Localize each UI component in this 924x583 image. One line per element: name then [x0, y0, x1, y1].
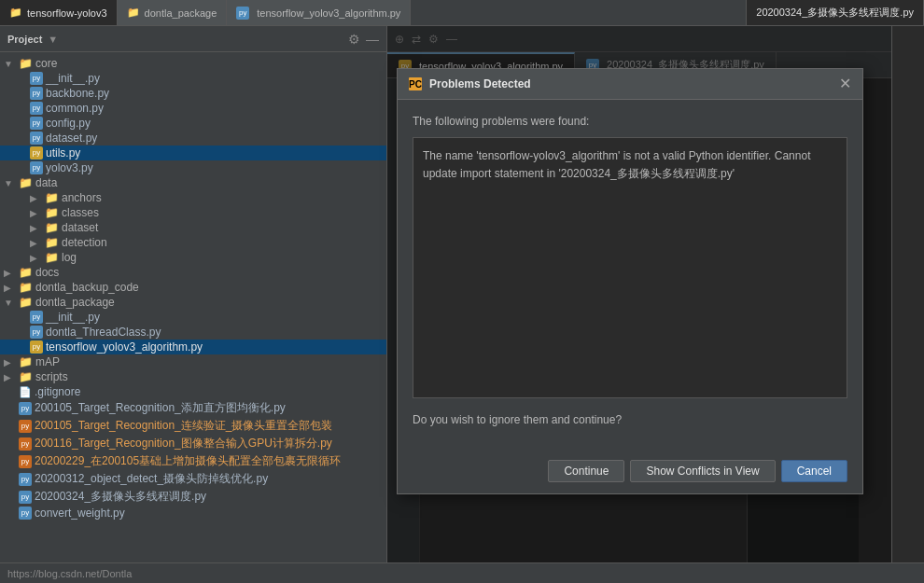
py-file-icon: py — [30, 326, 43, 339]
expand-arrow: ▶ — [30, 223, 45, 233]
tree-item-20200324[interactable]: ▶ py 20200324_多摄像头多线程调度.py — [0, 488, 386, 506]
expand-arrow: ▶ — [4, 357, 19, 368]
tab-label: dontla_package — [145, 7, 217, 19]
tree-item-init1[interactable]: py __init__.py — [0, 71, 386, 86]
folder-icon: 📁 — [19, 370, 33, 383]
folder-label: dontla_package — [35, 296, 115, 309]
tree-item-algorithm[interactable]: py tensorflow_yolov3_algorithm.py — [0, 340, 386, 354]
tree-item-dontla-pkg[interactable]: ▼ 📁 dontla_package — [0, 295, 386, 310]
folder-label: mAP — [35, 355, 60, 368]
tree-item-common[interactable]: py common.py — [0, 101, 386, 116]
folder-icon: 📁 — [127, 7, 140, 19]
file-label: tensorflow_yolov3_algorithm.py — [46, 340, 203, 354]
main-area: Project ▼ ⚙ — ▼ 📁 core py __init__.py py… — [0, 26, 924, 562]
project-header: Project ▼ ⚙ — — [0, 26, 386, 52]
file-icon: 📄 — [19, 386, 32, 398]
tab-dontla-package[interactable]: 📁 dontla_package — [118, 0, 228, 25]
tree-item-20200229[interactable]: ▶ py 20200229_在200105基础上增加摄像头配置全部包裹无限循环 — [0, 452, 386, 470]
file-label: .gitignore — [35, 385, 80, 398]
dialog-header: PC Problems Detected ✕ — [398, 69, 862, 100]
py-file-icon: py — [30, 102, 43, 115]
file-label: common.py — [46, 102, 104, 115]
tree-item-config[interactable]: py config.py — [0, 116, 386, 131]
cancel-button[interactable]: Cancel — [781, 460, 847, 482]
folder-icon: 📁 — [45, 221, 59, 234]
expand-arrow: ▼ — [4, 178, 19, 188]
tree-item-convert[interactable]: ▶ py convert_weight.py — [0, 506, 386, 521]
file-label: 20200324_多摄像头多线程调度.py — [35, 489, 206, 505]
folder-label: data — [35, 176, 57, 189]
settings-icon[interactable]: ⚙ — [348, 32, 360, 47]
left-panel: Project ▼ ⚙ — ▼ 📁 core py __init__.py py… — [0, 26, 387, 562]
tree-item-map[interactable]: ▶ 📁 mAP — [0, 354, 386, 369]
tree-item-core[interactable]: ▼ 📁 core — [0, 56, 386, 71]
file-label: backbone.py — [46, 87, 109, 100]
project-tree: ▼ 📁 core py __init__.py py backbone.py p… — [0, 52, 386, 562]
tree-item-200116[interactable]: ▶ py 200116_Target_Recognition_图像整合输入GPU… — [0, 435, 386, 452]
file-label: config.py — [46, 117, 91, 130]
py-file-icon: py — [30, 161, 43, 174]
folder-icon: 📁 — [19, 355, 33, 368]
py-file-icon: py — [30, 146, 43, 160]
file-label: utils.py — [46, 146, 80, 160]
py-file-icon: py — [19, 437, 32, 451]
tree-item-detection[interactable]: ▶ 📁 detection — [0, 235, 386, 250]
problems-dialog: PC Problems Detected ✕ The following pro… — [397, 68, 863, 494]
file-label: 200105_Target_Recognition_添加直方图均衡化.py — [35, 400, 286, 416]
folder-icon: 📁 — [19, 266, 33, 279]
dialog-overlay: PC Problems Detected ✕ The following pro… — [387, 26, 891, 562]
tab-right-py[interactable]: 20200324_多摄像头多线程调度.py — [746, 0, 924, 25]
tree-item-200105-1[interactable]: ▶ py 200105_Target_Recognition_添加直方图均衡化.… — [0, 399, 386, 417]
py-file-icon: py — [30, 340, 43, 354]
folder-icon: 📁 — [19, 57, 33, 70]
tree-item-threadclass[interactable]: py dontla_ThreadClass.py — [0, 325, 386, 340]
tree-item-dataset2[interactable]: ▶ 📁 dataset — [0, 220, 386, 235]
dialog-question: Do you wish to ignore them and continue? — [413, 413, 847, 426]
status-url: https://blog.csdn.net/Dontla — [7, 568, 132, 579]
tree-item-gitignore[interactable]: ▶ 📄 .gitignore — [0, 384, 386, 399]
tree-item-yolov3[interactable]: py yolov3.py — [0, 160, 386, 175]
expand-arrow: ▶ — [4, 268, 19, 278]
py-file-icon: py — [30, 132, 43, 145]
project-title: Project — [7, 34, 42, 45]
file-label: __init__.py — [46, 72, 100, 85]
file-label: convert_weight.py — [35, 507, 125, 520]
top-tab-bar: 📁 tensorflow-yolov3 📁 dontla_package py … — [0, 0, 924, 26]
tree-item-utils[interactable]: py utils.py — [0, 146, 386, 160]
tree-item-init2[interactable]: py __init__.py — [0, 310, 386, 325]
tree-item-anchors[interactable]: ▶ 📁 anchors — [0, 190, 386, 205]
py-file-icon: py — [19, 473, 32, 486]
editor-area: ⊕ ⇄ ⚙ — py tensorflow_yolov3_algorithm.p… — [387, 26, 891, 562]
collapse-icon[interactable]: — — [366, 32, 379, 47]
file-label: 200116_Target_Recognition_图像整合输入GPU计算拆分.… — [35, 436, 332, 451]
py-file-icon: py — [19, 507, 32, 520]
tree-item-classes[interactable]: ▶ 📁 classes — [0, 205, 386, 220]
py-file-icon: py — [30, 117, 43, 130]
folder-label: core — [35, 57, 57, 70]
folder-icon: 📁 — [19, 296, 33, 309]
tree-item-log[interactable]: ▶ 📁 log — [0, 250, 386, 265]
dialog-title: Problems Detected — [429, 77, 832, 90]
tree-item-20200312[interactable]: ▶ py 20200312_object_detect_摄像头防掉线优化.py — [0, 470, 386, 488]
file-label: __init__.py — [46, 311, 100, 324]
py-file-icon: py — [19, 455, 32, 468]
continue-button[interactable]: Continue — [548, 460, 624, 482]
tree-item-docs[interactable]: ▶ 📁 docs — [0, 265, 386, 280]
expand-arrow: ▶ — [4, 283, 19, 293]
expand-arrow: ▶ — [30, 238, 45, 248]
tree-item-200105-2[interactable]: ▶ py 200105_Target_Recognition_连续验证_摄像头重… — [0, 417, 386, 435]
tab-label: tensorflow_yolov3_algorithm.py — [257, 7, 400, 19]
tab-algorithm-py[interactable]: py tensorflow_yolov3_algorithm.py — [227, 0, 411, 25]
tree-item-scripts[interactable]: ▶ 📁 scripts — [0, 369, 386, 384]
tree-item-dataset[interactable]: py dataset.py — [0, 131, 386, 146]
dialog-close-button[interactable]: ✕ — [839, 76, 851, 91]
file-label: yolov3.py — [46, 161, 93, 174]
tree-item-data[interactable]: ▼ 📁 data — [0, 175, 386, 190]
tree-item-backbone[interactable]: py backbone.py — [0, 86, 386, 101]
tab-tensorflow-yolov3[interactable]: 📁 tensorflow-yolov3 — [0, 0, 118, 25]
folder-icon: 📁 — [19, 281, 33, 294]
show-conflicts-button[interactable]: Show Conflicts in View — [630, 460, 775, 482]
dialog-title-icon: PC — [409, 77, 422, 90]
tree-item-backup[interactable]: ▶ 📁 dontla_backup_code — [0, 280, 386, 295]
file-label: 20200229_在200105基础上增加摄像头配置全部包裹无限循环 — [35, 453, 341, 469]
